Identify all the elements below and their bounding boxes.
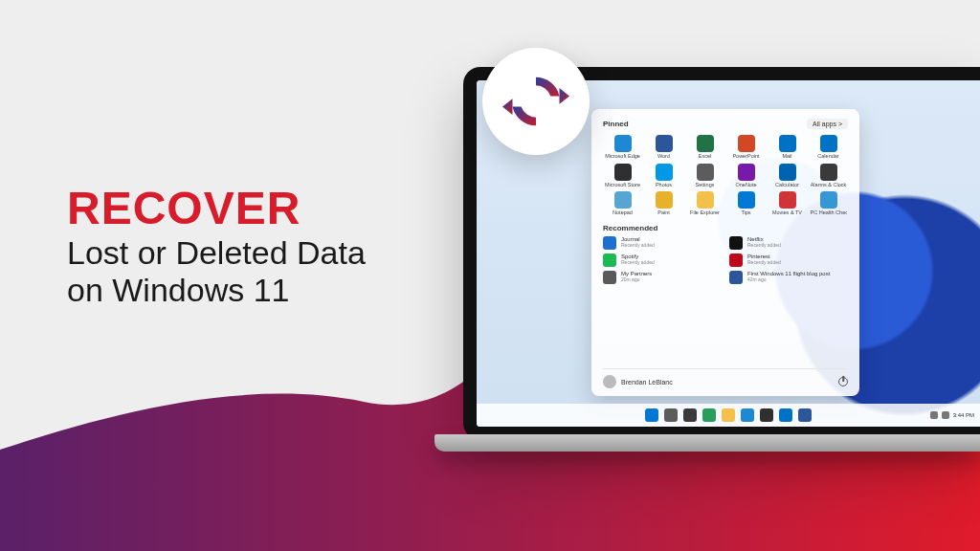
pinned-app[interactable]: Calendar [809, 135, 848, 160]
pinned-app[interactable]: Settings [685, 164, 724, 188]
headline-line2: on Windows 11 [67, 272, 366, 309]
taskbar-edge-icon[interactable] [741, 408, 754, 422]
refresh-icon [502, 68, 569, 135]
laptop-base [434, 434, 980, 452]
avatar [603, 375, 616, 388]
taskbar-explorer-icon[interactable] [722, 408, 735, 422]
pinned-app[interactable]: Mail [768, 135, 807, 160]
pinned-app[interactable]: Word [644, 135, 683, 160]
taskbar-mail-icon[interactable] [779, 408, 792, 422]
taskbar-word-icon[interactable] [798, 408, 812, 422]
recommended-item[interactable]: PinterestRecently added [729, 253, 848, 267]
pinned-app[interactable]: Excel [685, 135, 724, 160]
headline-block: RECOVER Lost or Deleted Data on Windows … [67, 182, 366, 309]
taskbar-store-icon[interactable] [760, 408, 773, 422]
power-icon[interactable] [838, 377, 848, 386]
pinned-grid: Microsoft EdgeWordExcelPowerPointMailCal… [603, 135, 848, 216]
system-tray[interactable]: 3:44 PM [930, 411, 974, 419]
pinned-app[interactable]: Paint [644, 191, 683, 216]
taskbar: 3:44 PM [477, 404, 980, 427]
refresh-badge [482, 48, 590, 155]
pinned-app[interactable]: File Explorer [685, 191, 724, 216]
taskbar-search-icon[interactable] [664, 408, 678, 422]
pinned-app[interactable]: Microsoft Store [603, 164, 642, 188]
recommended-item[interactable]: SpotifyRecently added [603, 253, 722, 267]
pinned-app[interactable]: Movies & TV [768, 191, 807, 216]
recommended-item[interactable]: First Windows 11 flight blog post42m ago [729, 271, 848, 284]
pinned-app[interactable]: OneNote [726, 164, 766, 188]
user-account[interactable]: Brendan LeBlanc [603, 375, 673, 388]
pinned-app[interactable]: PC Health Check [809, 191, 848, 216]
pinned-app[interactable]: Calculator [768, 164, 807, 188]
clock: 3:44 PM [953, 412, 974, 418]
recommended-item[interactable]: JournalRecently added [603, 236, 722, 250]
tray-icon [942, 411, 949, 419]
svg-marker-1 [502, 99, 513, 115]
user-name: Brendan LeBlanc [621, 379, 673, 386]
taskbar-center [645, 408, 812, 422]
pinned-app[interactable]: Tips [726, 191, 766, 216]
headline-line1: Lost or Deleted Data [67, 234, 366, 272]
recommended-list: JournalRecently addedNetflixRecently add… [603, 236, 848, 284]
pinned-app[interactable]: Alarms & Clock [809, 164, 848, 188]
pinned-app[interactable]: Photos [644, 164, 683, 188]
taskbar-start-icon[interactable] [645, 408, 658, 422]
recommended-item[interactable]: My Partners20m ago [603, 271, 722, 284]
headline-title: RECOVER [67, 182, 366, 234]
pinned-app[interactable]: PowerPoint [726, 135, 766, 160]
recommended-item[interactable]: NetflixRecently added [729, 236, 848, 250]
taskbar-taskview-icon[interactable] [683, 408, 697, 422]
pinned-app[interactable]: Notepad [603, 191, 642, 216]
taskbar-widgets-icon[interactable] [702, 408, 716, 422]
start-menu: Pinned All apps > Microsoft EdgeWordExce… [591, 109, 859, 396]
svg-marker-0 [560, 88, 570, 104]
pinned-app[interactable]: Microsoft Edge [603, 135, 642, 160]
all-apps-button[interactable]: All apps > [807, 119, 848, 129]
tray-icon [930, 411, 938, 419]
pinned-label: Pinned [603, 120, 629, 128]
recommended-label: Recommended [603, 224, 848, 232]
